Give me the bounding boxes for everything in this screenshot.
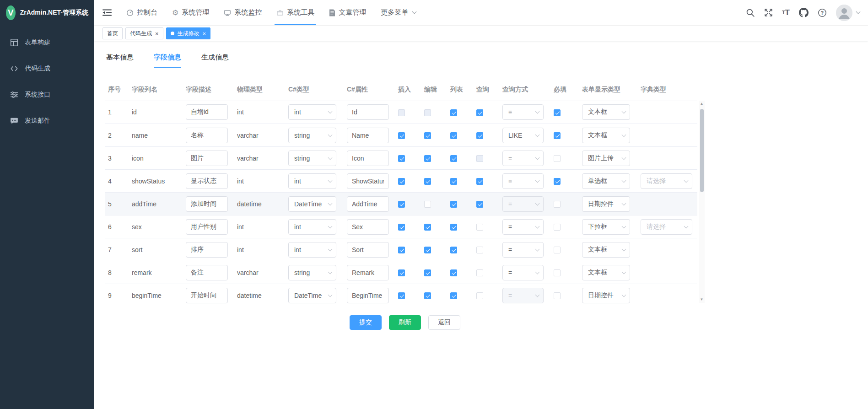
csprop-input[interactable] xyxy=(347,151,389,166)
query-type-select[interactable]: = xyxy=(502,173,544,189)
required-checkbox[interactable] xyxy=(554,178,561,185)
list-checkbox[interactable] xyxy=(450,155,457,162)
close-icon[interactable]: × xyxy=(203,31,206,37)
nav-item-system-monitoring[interactable]: 系统监控 xyxy=(216,0,269,25)
csprop-input[interactable] xyxy=(347,196,389,212)
tag-generate-edit[interactable]: 生成修改 × xyxy=(166,27,211,39)
nav-item-article-management[interactable]: 文章管理 xyxy=(322,0,373,25)
edit-checkbox[interactable] xyxy=(424,247,431,253)
cstype-select[interactable]: int xyxy=(288,104,336,120)
query-checkbox[interactable] xyxy=(476,201,483,208)
sidebar-item-code-generation[interactable]: 代码生成 xyxy=(0,55,94,81)
csprop-input[interactable] xyxy=(347,242,389,258)
sidebar-item-form-builder[interactable]: 表单构建 xyxy=(0,29,94,55)
required-checkbox[interactable] xyxy=(554,132,561,139)
font-size-icon[interactable]: TT xyxy=(782,9,790,16)
required-checkbox[interactable] xyxy=(554,224,561,231)
insert-checkbox[interactable] xyxy=(398,155,405,162)
scrollbar-thumb[interactable] xyxy=(700,109,704,192)
list-checkbox[interactable] xyxy=(450,269,457,276)
sidebar-item-send-mail[interactable]: 发送邮件 xyxy=(0,108,94,134)
insert-checkbox[interactable] xyxy=(398,132,405,139)
nav-item-system-management[interactable]: ⚙ 系统管理 xyxy=(165,0,216,25)
display-type-select[interactable]: 日期控件 xyxy=(582,288,630,303)
cstype-select[interactable]: DateTime xyxy=(288,288,336,303)
query-type-select[interactable]: = xyxy=(502,242,544,258)
list-checkbox[interactable] xyxy=(450,292,457,299)
field-desc-input[interactable] xyxy=(186,242,228,258)
field-desc-input[interactable] xyxy=(186,104,228,120)
csprop-input[interactable] xyxy=(347,219,389,235)
required-checkbox[interactable] xyxy=(554,269,561,276)
refresh-button[interactable]: 刷新 xyxy=(389,315,421,330)
dict-type-select[interactable]: 请选择 xyxy=(641,173,692,189)
tab-field-info[interactable]: 字段信息 xyxy=(154,53,181,68)
edit-checkbox[interactable] xyxy=(424,155,431,162)
insert-checkbox[interactable] xyxy=(398,224,405,231)
list-checkbox[interactable] xyxy=(450,132,457,139)
insert-checkbox[interactable] xyxy=(398,201,405,208)
insert-checkbox[interactable] xyxy=(398,269,405,276)
query-checkbox[interactable] xyxy=(476,292,483,299)
query-checkbox[interactable] xyxy=(476,109,483,116)
tab-generate-info[interactable]: 生成信息 xyxy=(201,53,229,68)
query-checkbox[interactable] xyxy=(476,178,483,185)
display-type-select[interactable]: 文本框 xyxy=(582,265,630,280)
user-menu[interactable] xyxy=(836,5,860,21)
menu-fold-icon[interactable] xyxy=(102,9,112,16)
display-type-select[interactable]: 图片上传 xyxy=(582,151,630,166)
cstype-select[interactable]: string xyxy=(288,128,336,143)
list-checkbox[interactable] xyxy=(450,247,457,253)
display-type-select[interactable]: 日期控件 xyxy=(582,196,630,212)
edit-checkbox[interactable] xyxy=(424,292,431,299)
field-desc-input[interactable] xyxy=(186,219,228,235)
edit-checkbox[interactable] xyxy=(424,178,431,185)
tag-home[interactable]: 首页 xyxy=(102,27,123,39)
query-type-select[interactable]: = xyxy=(502,104,544,120)
cstype-select[interactable]: int xyxy=(288,219,336,235)
csprop-input[interactable] xyxy=(347,128,389,143)
scroll-up-icon[interactable]: ▲ xyxy=(700,101,704,107)
nav-item-more-menu[interactable]: 更多菜单 xyxy=(373,0,423,25)
display-type-select[interactable]: 文本框 xyxy=(582,242,630,258)
query-type-select[interactable]: = xyxy=(502,265,544,280)
back-button[interactable]: 返回 xyxy=(428,315,460,330)
cstype-select[interactable]: int xyxy=(288,242,336,258)
cstype-select[interactable]: int xyxy=(288,173,336,189)
submit-button[interactable]: 提交 xyxy=(350,315,382,330)
required-checkbox[interactable] xyxy=(554,247,561,253)
edit-checkbox[interactable] xyxy=(424,269,431,276)
query-checkbox[interactable] xyxy=(476,132,483,139)
display-type-select[interactable]: 文本框 xyxy=(582,104,630,120)
tab-basic-info[interactable]: 基本信息 xyxy=(106,53,134,68)
edit-checkbox[interactable] xyxy=(424,224,431,231)
display-type-select[interactable]: 文本框 xyxy=(582,128,630,143)
query-checkbox[interactable] xyxy=(476,247,483,253)
insert-checkbox[interactable] xyxy=(398,292,405,299)
field-desc-input[interactable] xyxy=(186,173,228,189)
sidebar-item-system-interface[interactable]: 系统接口 xyxy=(0,81,94,108)
nav-item-console[interactable]: 控制台 xyxy=(119,0,165,25)
edit-checkbox[interactable] xyxy=(424,201,431,208)
list-checkbox[interactable] xyxy=(450,178,457,185)
edit-checkbox[interactable] xyxy=(424,132,431,139)
required-checkbox[interactable] xyxy=(554,201,561,208)
cstype-select[interactable]: string xyxy=(288,151,336,166)
cstype-select[interactable]: string xyxy=(288,265,336,280)
display-type-select[interactable]: 单选框 xyxy=(582,173,630,189)
query-type-select[interactable]: = xyxy=(502,219,544,235)
field-desc-input[interactable] xyxy=(186,265,228,280)
insert-checkbox[interactable] xyxy=(398,247,405,253)
nav-item-system-tools[interactable]: 系统工具 xyxy=(269,0,322,25)
query-checkbox[interactable] xyxy=(476,224,483,231)
csprop-input[interactable] xyxy=(347,173,389,189)
help-icon[interactable]: ? xyxy=(818,8,827,17)
query-checkbox[interactable] xyxy=(476,269,483,276)
list-checkbox[interactable] xyxy=(450,201,457,208)
query-type-select[interactable]: LIKE xyxy=(502,128,544,143)
csprop-input[interactable] xyxy=(347,288,389,303)
query-type-select[interactable]: = xyxy=(502,151,544,166)
scroll-down-icon[interactable]: ▼ xyxy=(700,296,704,303)
csprop-input[interactable] xyxy=(347,104,389,120)
list-checkbox[interactable] xyxy=(450,224,457,231)
